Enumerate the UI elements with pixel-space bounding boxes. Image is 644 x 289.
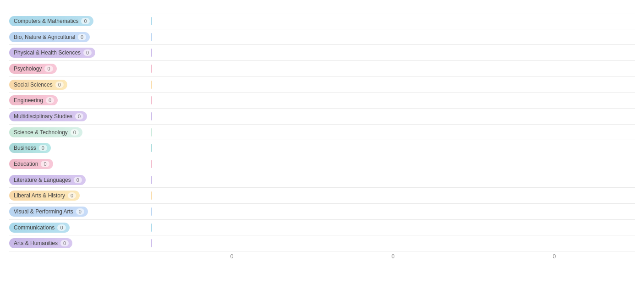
bar-row: Literature & Languages0 [9,172,635,188]
bar-label: Engineering0 [9,95,58,105]
bar-label: Arts & Humanities0 [9,238,72,248]
bar-track [151,205,635,218]
bar-track [151,46,635,60]
bar-row: Education0 [9,156,635,172]
label-area: Social Sciences0 [9,80,151,90]
bar-fill [151,112,152,120]
x-axis: 000 [9,253,635,260]
bar-row: Engineering0 [9,93,635,109]
chart-container: Computers & Mathematics0Bio, Nature & Ag… [0,0,644,289]
bar-fill [151,176,152,184]
bar-row: Psychology0 [9,61,635,77]
bar-fill [151,144,152,152]
bar-fill [151,33,152,41]
bar-value-badge: 0 [44,65,53,72]
bar-label: Multidisciplinary Studies0 [9,111,87,121]
bar-track [151,221,635,234]
label-area: Computers & Mathematics0 [9,16,151,26]
label-area: Science & Technology0 [9,127,151,137]
bar-row: Business0 [9,140,635,156]
bar-value-badge: 0 [60,240,69,246]
bar-row: Arts & Humanities0 [9,235,635,251]
label-area: Education0 [9,159,151,169]
bar-row: Multidisciplinary Studies0 [9,109,635,125]
bar-track [151,189,635,202]
bar-label: Business0 [9,143,51,153]
label-area: Liberal Arts & History0 [9,191,151,201]
bar-fill [151,239,152,247]
label-area: Engineering0 [9,95,151,105]
label-area: Psychology0 [9,64,151,74]
bar-track [151,125,635,139]
bar-track [151,236,635,250]
chart-area: Computers & Mathematics0Bio, Nature & Ag… [9,13,635,251]
bar-value-badge: 0 [78,34,86,40]
bar-track [151,109,635,123]
bar-value-badge: 0 [83,49,92,56]
bar-row: Science & Technology0 [9,125,635,141]
bar-value-badge: 0 [39,145,47,151]
bar-row: Bio, Nature & Agricultural0 [9,29,635,45]
bar-fill [151,160,152,168]
bar-value-badge: 0 [68,192,76,199]
label-area: Communications0 [9,223,151,233]
x-axis-label: 0 [151,253,312,260]
bar-value-badge: 0 [74,177,82,183]
bar-track [151,30,635,44]
label-area: Multidisciplinary Studies0 [9,111,151,121]
bar-fill [151,17,152,25]
bar-row: Computers & Mathematics0 [9,13,635,29]
bar-label: Social Sciences0 [9,80,67,90]
bar-value-badge: 0 [57,224,65,231]
label-area: Business0 [9,143,151,153]
bar-row: Social Sciences0 [9,77,635,93]
bar-value-badge: 0 [76,208,84,215]
bar-label: Visual & Performing Arts0 [9,207,88,217]
x-axis-label: 0 [474,253,635,260]
bar-value-badge: 0 [75,113,83,120]
bar-track [151,62,635,76]
bar-fill [151,81,152,89]
bar-fill [151,49,152,57]
label-area: Visual & Performing Arts0 [9,207,151,217]
bar-row: Physical & Health Sciences0 [9,45,635,61]
bar-fill [151,65,152,73]
bar-fill [151,191,152,200]
bar-value-badge: 0 [81,18,89,24]
bar-track [151,141,635,155]
bar-value-badge: 0 [46,97,54,104]
bar-track [151,157,635,171]
label-area: Bio, Nature & Agricultural0 [9,32,151,42]
bar-label: Liberal Arts & History0 [9,191,80,201]
bar-fill [151,96,152,104]
label-area: Literature & Languages0 [9,175,151,185]
bar-fill [151,207,152,216]
label-area: Physical & Health Sciences0 [9,48,151,58]
bar-track [151,173,635,187]
bar-label: Psychology0 [9,64,57,74]
bar-label: Literature & Languages0 [9,175,86,185]
bar-fill [151,128,152,136]
bar-track [151,14,635,28]
bar-track [151,78,635,92]
bar-fill [151,224,152,232]
bar-value-badge: 0 [71,129,79,136]
bar-row: Visual & Performing Arts0 [9,204,635,220]
x-axis-label: 0 [312,253,474,260]
bar-label: Communications0 [9,223,70,233]
bar-value-badge: 0 [55,82,64,88]
bar-value-badge: 0 [41,161,49,167]
bar-label: Computers & Mathematics0 [9,16,93,26]
bar-label: Education0 [9,159,53,169]
bar-label: Physical & Health Sciences0 [9,48,95,58]
bar-track [151,93,635,107]
label-area: Arts & Humanities0 [9,238,151,248]
bar-row: Liberal Arts & History0 [9,188,635,204]
bar-row: Communications0 [9,220,635,236]
bar-label: Science & Technology0 [9,127,82,137]
bar-label: Bio, Nature & Agricultural0 [9,32,90,42]
